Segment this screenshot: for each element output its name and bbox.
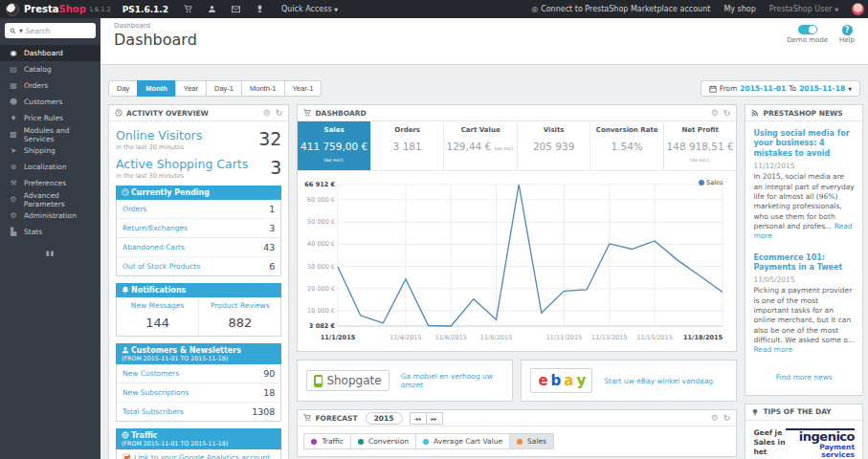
tile-visits[interactable]: Visits205 939 [518,121,591,170]
article-title-link[interactable]: Ecommerce 101: Payments in a Tweet [753,253,855,273]
panel-refresh-icon[interactable]: ↻ [723,108,731,118]
shopgate-ad-card[interactable]: Shopgate Ga mobiel en verhoog uw omzet [297,360,513,402]
analytics-icon [122,453,130,459]
panel-title: FORECAST [315,414,357,423]
calendar-icon [709,85,717,93]
help-icon[interactable]: ? [842,25,853,35]
tile-orders[interactable]: Orders3 181 [371,121,445,170]
search-icon [10,28,16,34]
range-day-1-button[interactable]: Day-1 [206,80,242,97]
envelope-icon[interactable] [232,5,240,13]
date-range-picker[interactable]: From2015-11-01 To2015-11-18 ▼ [701,80,860,97]
bell-icon [122,286,129,294]
google-analytics-link[interactable]: Link to your Google Analytics account [122,453,270,459]
panel-title: TIPS OF THE DAY [763,407,831,416]
range-year-button[interactable]: Year [175,80,207,97]
trophy-icon[interactable] [256,5,264,13]
range-month-1-button[interactable]: Month-1 [241,80,285,97]
panel-title: DASHBOARD [315,109,366,118]
person-icon[interactable] [208,5,216,13]
sidebar-item-shipping[interactable]: ➤Shipping [0,142,100,159]
svg-text:10 000 €: 10 000 € [307,307,335,315]
range-year-1-button[interactable]: Year-1 [284,80,323,97]
ebay-ad-card[interactable]: ebay Start uw eBay winkel vandaag [521,360,737,402]
forecast-sales-toggle[interactable]: Sales [509,433,554,449]
marketplace-link[interactable]: ◎Connect to PrestaShop Marketplace accou… [531,5,710,13]
my-shop-link[interactable]: My shop [723,5,755,13]
user-avatar[interactable] [852,3,864,15]
demo-mode-control: Demo mode [787,25,828,44]
cart-icon[interactable] [184,5,192,13]
pending-orders-link[interactable]: Orders [122,205,146,213]
sidebar-item-orders[interactable]: ▦Orders [0,77,100,94]
sidebar-item-dashboard[interactable]: ◉Dashboard [0,45,100,61]
read-more-link[interactable]: Read more [753,345,792,354]
active-carts-link[interactable]: Active Shopping Carts [116,157,248,171]
next-year-button[interactable]: ▸▸ [426,412,443,425]
search-input[interactable] [26,27,81,35]
panel-settings-icon[interactable]: ⚙ [263,108,271,118]
sidebar-item-customers[interactable]: ☻Customers [0,94,100,110]
pending-abandoned-carts-link[interactable]: Abandoned Carts [122,243,185,251]
sidebar-collapse-button[interactable]: ▮▮ [0,250,100,257]
forecast-traffic-toggle[interactable]: Traffic [303,433,351,449]
previous-year-button[interactable]: ◂◂ [410,412,427,425]
sidebar-item-preferences[interactable]: ⚒Preferences [0,175,100,191]
tile-sales[interactable]: Sales411 759,00 € tax excl. [298,121,371,170]
svg-text:11/11/2015: 11/11/2015 [546,334,582,341]
new-subscriptions-link[interactable]: New Subscriptions [122,388,189,397]
marketplace-icon: ◎ [531,5,538,13]
user-menu[interactable]: PrestaShop User ▼ [769,5,838,13]
tile-net-profit[interactable]: Net Profit148 918,51 € tax excl. [664,121,737,170]
breadcrumb[interactable]: Dashboard [114,22,855,30]
online-visitors-link[interactable]: Online Visitors [116,128,202,142]
new-messages-cell[interactable]: New Messages144 [117,297,198,336]
phone-icon [314,375,323,387]
new-customers-link[interactable]: New Customers [122,369,179,378]
sidebar-search[interactable]: ▼ [5,23,96,38]
demo-mode-toggle[interactable] [798,25,817,34]
svg-text:60 000 €: 60 000 € [307,196,335,204]
pending-row: Out of Stock Products6 [117,257,280,275]
quick-access-menu[interactable]: Quick Access ▼ [281,5,338,13]
sidebar-item-administration[interactable]: ⚙Administration [0,208,100,224]
shop-version: PS1.6.1.2 [122,5,168,14]
shopgate-logo: Shopgate [306,370,389,391]
total-subscribers-link[interactable]: Total Subscribers [122,407,184,416]
sidebar-item-localization[interactable]: ⊕Localization [0,159,100,175]
svg-text:11/4/2015: 11/4/2015 [390,334,422,341]
search-scope-caret-icon[interactable]: ▼ [19,28,23,33]
ebay-link[interactable]: Start uw eBay winkel vandaag [604,377,713,385]
chart-legend[interactable]: Sales [699,179,723,186]
sidebar: ▼ ◉Dashboard ▤Catalog ▦Orders ☻Customers… [0,18,100,459]
shopgate-link[interactable]: Ga mobiel en verhoog uw omzet [401,372,504,389]
sidebar-item-advanced-parameters[interactable]: ⚙Advanced Parameters [0,191,100,208]
forecast-conversion-toggle[interactable]: Conversion [350,433,416,449]
panel-settings-icon[interactable]: ⚙ [711,108,719,118]
prestashop-logo-icon[interactable] [6,3,19,16]
panel-refresh-icon[interactable]: ↻ [276,108,283,118]
forecast-avg-cart-toggle[interactable]: Average Cart Value [415,433,510,449]
help-control: ? Help [839,25,855,44]
pending-row: Abandoned Carts43 [117,238,280,257]
article-title-link[interactable]: Using social media for your business: 4 … [753,129,855,159]
svg-text:20 000 €: 20 000 € [307,285,335,293]
pending-returns-link[interactable]: Return/Exchanges [122,224,188,232]
product-reviews-cell[interactable]: Product Reviews882 [198,297,280,336]
sidebar-item-price-rules[interactable]: ♦Price Rules [0,110,100,126]
panel-title: PRESTASHOP NEWS [763,109,842,118]
sidebar-item-catalog[interactable]: ▤Catalog [0,61,100,77]
panel-settings-icon[interactable]: ⚙ [711,413,719,423]
find-more-news-link[interactable]: Find more news [753,367,855,391]
sidebar-item-stats[interactable]: ▙Stats [0,224,100,240]
sidebar-item-modules[interactable]: ▩Modules and Services [0,126,100,142]
panel-refresh-icon[interactable]: ↻ [723,413,731,423]
forecast-year-pill[interactable]: 2015 [366,412,403,425]
help-label: Help [839,36,855,44]
range-day-button[interactable]: Day [108,80,138,97]
svg-text:30 000 €: 30 000 € [307,263,335,271]
tile-conversion-rate[interactable]: Conversion Rate1.54% [590,121,664,170]
tile-cart-value[interactable]: Cart Value129,44 € tax excl. [444,121,518,170]
range-month-button[interactable]: Month [137,80,176,97]
pending-out-of-stock-link[interactable]: Out of Stock Products [122,262,200,271]
